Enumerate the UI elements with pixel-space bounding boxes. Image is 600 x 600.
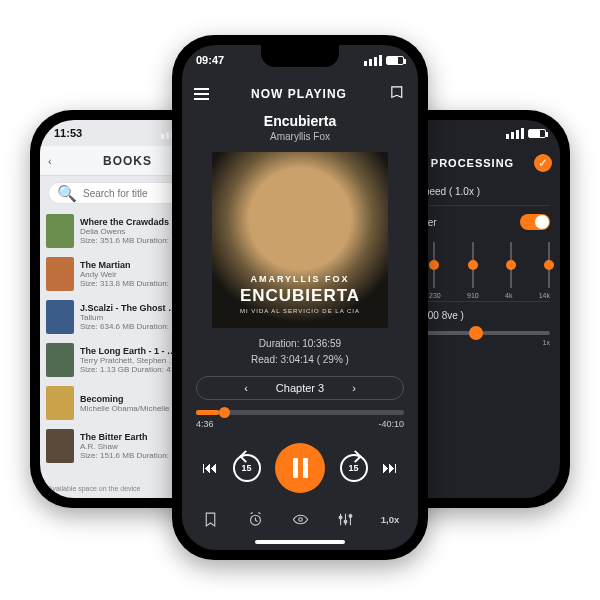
book-title: Becoming — [80, 394, 181, 404]
book-title: Encubierta — [182, 113, 418, 129]
book-title: The Martian — [80, 260, 181, 270]
book-detail: Size: 313.8 MB Duration: 10h — [80, 279, 181, 288]
read-label: Read: — [251, 354, 278, 365]
cover-title: ENCUBIERTA — [212, 286, 388, 306]
book-author: A.R. Shaw — [80, 442, 181, 451]
eq-band-slider[interactable] — [433, 242, 435, 288]
equalizer-toggle[interactable] — [520, 214, 550, 230]
eq-band-slider[interactable] — [510, 242, 512, 288]
eq-band-label: 4k — [505, 292, 512, 299]
status-time: 09:47 — [196, 54, 224, 66]
book-cover — [46, 386, 74, 420]
eq-band-label: 230 — [429, 292, 441, 299]
rewind-15-button[interactable]: 15 — [233, 454, 261, 482]
book-title: The Bitter Earth — [80, 432, 181, 442]
svg-point-4 — [349, 514, 352, 517]
eq-band-slider[interactable] — [472, 242, 474, 288]
signal-icon — [506, 128, 524, 139]
cover-subtitle: MI VIDA AL SERVICIO DE LA CIA — [212, 308, 388, 328]
phone-center-player: 09:47 ↗ NOW PLAYING Encubierta Amaryllis… — [172, 35, 428, 560]
svg-point-1 — [298, 517, 302, 521]
svg-point-3 — [344, 520, 347, 523]
search-icon: 🔍 — [57, 184, 77, 203]
status-right-cluster — [506, 128, 546, 139]
book-title: J.Scalzi - The Ghost Brigades — [80, 303, 181, 313]
duration-label: Duration: — [259, 338, 300, 349]
status-right-cluster — [364, 55, 404, 66]
book-detail: Size: 1.13 GB Duration: 49h 2 — [80, 365, 181, 374]
book-cover — [46, 257, 74, 291]
chapter-label[interactable]: Chapter 3 — [276, 382, 324, 394]
book-author: Terry Pratchett, Stephen Baxt — [80, 356, 181, 365]
books-title: BOOKS — [103, 154, 152, 168]
book-meta: J.Scalzi - The Ghost BrigadesTallumSize:… — [80, 303, 181, 331]
book-meta: BecomingMichelle Obama/Michelle Ob — [80, 394, 181, 413]
book-meta: The Long Earth - 1 - TheTerry Pratchett,… — [80, 346, 181, 374]
chapter-remaining: -40:10 — [378, 419, 404, 429]
home-indicator[interactable] — [255, 540, 345, 544]
book-cover — [46, 343, 74, 377]
book-author: Tallum — [80, 313, 181, 322]
book-author: Andy Weir — [80, 270, 181, 279]
book-title: The Long Earth - 1 - The — [80, 346, 181, 356]
play-pause-button[interactable] — [275, 443, 325, 493]
book-detail: Size: 151.6 MB Duration: 5h 0 — [80, 451, 181, 460]
done-button[interactable]: ✓ — [534, 154, 552, 172]
book-author: Michelle Obama/Michelle Ob — [80, 404, 181, 413]
prev-track-button[interactable]: ⏮ — [202, 459, 218, 477]
eq-band-label: 910 — [467, 292, 479, 299]
book-title: Where the Crawdads Sing — [80, 217, 181, 227]
menu-button[interactable] — [194, 88, 209, 100]
book-meta: Where the Crawdads SingDelia OwensSize: … — [80, 217, 181, 245]
eq-band-slider[interactable] — [548, 242, 550, 288]
forward-15-button[interactable]: 15 — [340, 454, 368, 482]
screen-player: 09:47 ↗ NOW PLAYING Encubierta Amaryllis… — [182, 45, 418, 550]
player-toolbar: 1,0x — [198, 507, 402, 531]
eq-band-label: 14k — [539, 292, 550, 299]
chapter-nav: ‹ Chapter 3 › — [196, 376, 404, 400]
book-author: Amaryllis Fox — [182, 131, 418, 142]
alarm-icon[interactable] — [243, 507, 267, 531]
signal-icon — [364, 55, 382, 66]
pitch-max: 1x — [543, 339, 550, 346]
bookmark-icon[interactable] — [198, 507, 222, 531]
chapter-next[interactable]: › — [352, 382, 356, 394]
chapter-elapsed: 4:36 — [196, 419, 214, 429]
notch — [261, 45, 339, 67]
book-cover — [46, 214, 74, 248]
svg-point-2 — [339, 515, 342, 518]
player-header: NOW PLAYING — [182, 77, 418, 111]
timing-block: Duration: 10:36:59 Read: 3:04:14 ( 29% ) — [182, 336, 418, 368]
speed-button[interactable]: 1,0x — [378, 507, 402, 531]
chapter-prev[interactable]: ‹ — [244, 382, 248, 394]
book-info: Encubierta Amaryllis Fox — [182, 113, 418, 142]
equalizer-icon[interactable] — [333, 507, 357, 531]
book-detail: Size: 351.6 MB Duration: 12h — [80, 236, 181, 245]
book-author: Delia Owens — [80, 227, 181, 236]
back-button[interactable]: ‹ — [48, 155, 52, 167]
read-value: 3:04:14 ( 29% ) — [281, 354, 349, 365]
cover-art[interactable]: AMARYLLIS FOX ENCUBIERTA MI VIDA AL SERV… — [212, 152, 388, 328]
next-track-button[interactable]: ⏭ — [382, 459, 398, 477]
chapter-times: 4:36 -40:10 — [196, 419, 404, 429]
storage-footer: Available space on the device — [48, 485, 141, 492]
chapter-progress-track[interactable] — [196, 410, 404, 415]
processing-title: PROCESSING — [431, 157, 514, 169]
battery-icon — [528, 129, 546, 138]
duration-value: 10:36:59 — [302, 338, 341, 349]
battery-icon — [386, 56, 404, 65]
transport-controls: ⏮ 15 15 ⏭ — [202, 443, 398, 493]
chapter-progress-fill — [196, 410, 219, 415]
book-meta: The MartianAndy WeirSize: 313.8 MB Durat… — [80, 260, 181, 288]
book-cover — [46, 300, 74, 334]
library-icon[interactable] — [389, 84, 406, 105]
pitch-knob[interactable] — [469, 326, 483, 340]
chapter-progress-knob[interactable] — [219, 407, 230, 418]
book-cover — [46, 429, 74, 463]
cover-author: AMARYLLIS FOX — [212, 274, 388, 284]
now-playing-title: NOW PLAYING — [251, 87, 347, 101]
eye-icon[interactable] — [288, 507, 312, 531]
book-detail: Size: 634.6 MB Duration: 16h — [80, 322, 181, 331]
status-time: 11:53 — [54, 127, 82, 139]
book-meta: The Bitter EarthA.R. ShawSize: 151.6 MB … — [80, 432, 181, 460]
